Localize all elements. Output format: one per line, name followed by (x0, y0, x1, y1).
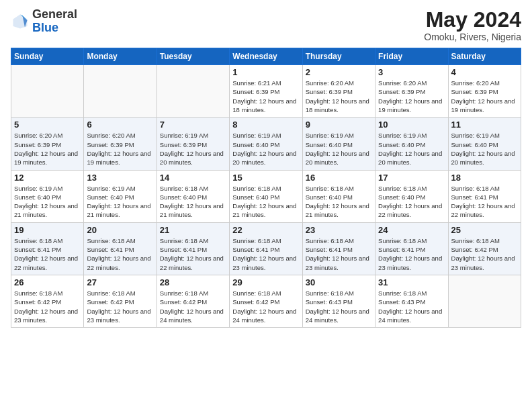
col-sunday: Sunday (11, 48, 84, 65)
col-thursday: Thursday (302, 48, 375, 65)
day-info: Sunrise: 6:19 AM Sunset: 6:40 PM Dayligh… (14, 184, 81, 220)
day-info: Sunrise: 6:19 AM Sunset: 6:40 PM Dayligh… (87, 184, 153, 220)
day-info: Sunrise: 6:18 AM Sunset: 6:41 PM Dayligh… (14, 236, 81, 272)
table-row: 28Sunrise: 6:18 AM Sunset: 6:42 PM Dayli… (157, 275, 229, 327)
day-info: Sunrise: 6:18 AM Sunset: 6:42 PM Dayligh… (232, 289, 299, 324)
day-number: 12 (14, 173, 81, 183)
col-wednesday: Wednesday (230, 48, 302, 65)
table-row: 25Sunrise: 6:18 AM Sunset: 6:42 PM Dayli… (448, 222, 521, 275)
logo-text: General Blue (32, 8, 77, 35)
day-number: 17 (378, 173, 445, 183)
table-row: 27Sunrise: 6:18 AM Sunset: 6:42 PM Dayli… (84, 275, 157, 327)
day-info: Sunrise: 6:18 AM Sunset: 6:41 PM Dayligh… (87, 236, 153, 272)
table-row (84, 65, 157, 118)
day-info: Sunrise: 6:18 AM Sunset: 6:40 PM Dayligh… (232, 184, 299, 220)
day-info: Sunrise: 6:20 AM Sunset: 6:39 PM Dayligh… (306, 79, 372, 114)
day-info: Sunrise: 6:18 AM Sunset: 6:41 PM Dayligh… (451, 184, 518, 220)
table-row: 10Sunrise: 6:19 AM Sunset: 6:40 PM Dayli… (375, 118, 448, 170)
day-info: Sunrise: 6:19 AM Sunset: 6:40 PM Dayligh… (232, 131, 299, 167)
table-row: 20Sunrise: 6:18 AM Sunset: 6:41 PM Dayli… (84, 222, 157, 275)
header: General Blue May 2024 Omoku, Rivers, Nig… (11, 8, 521, 42)
table-row: 18Sunrise: 6:18 AM Sunset: 6:41 PM Dayli… (448, 170, 521, 222)
table-row (448, 275, 521, 327)
table-row: 14Sunrise: 6:18 AM Sunset: 6:40 PM Dayli… (157, 170, 229, 222)
title-location: Omoku, Rivers, Nigeria (424, 32, 521, 42)
day-number: 25 (451, 225, 518, 235)
day-number: 5 (14, 120, 81, 130)
day-number: 24 (378, 225, 445, 235)
table-row: 29Sunrise: 6:18 AM Sunset: 6:42 PM Dayli… (230, 275, 302, 327)
table-row: 16Sunrise: 6:18 AM Sunset: 6:40 PM Dayli… (302, 170, 375, 222)
table-row: 1Sunrise: 6:21 AM Sunset: 6:39 PM Daylig… (230, 65, 302, 118)
table-row: 23Sunrise: 6:18 AM Sunset: 6:41 PM Dayli… (302, 222, 375, 275)
day-number: 3 (378, 67, 445, 77)
day-number: 16 (306, 173, 372, 183)
day-number: 8 (232, 120, 299, 130)
day-number: 4 (451, 67, 518, 77)
table-row: 12Sunrise: 6:19 AM Sunset: 6:40 PM Dayli… (11, 170, 84, 222)
day-info: Sunrise: 6:21 AM Sunset: 6:39 PM Dayligh… (232, 79, 299, 114)
table-row: 26Sunrise: 6:18 AM Sunset: 6:42 PM Dayli… (11, 275, 84, 327)
day-info: Sunrise: 6:18 AM Sunset: 6:43 PM Dayligh… (378, 289, 445, 324)
table-row: 7Sunrise: 6:19 AM Sunset: 6:39 PM Daylig… (157, 118, 229, 170)
day-number: 1 (232, 67, 299, 77)
day-number: 26 (14, 277, 81, 287)
calendar-header-row: Sunday Monday Tuesday Wednesday Thursday… (11, 48, 521, 65)
calendar-week-row: 19Sunrise: 6:18 AM Sunset: 6:41 PM Dayli… (11, 222, 521, 275)
day-info: Sunrise: 6:20 AM Sunset: 6:39 PM Dayligh… (87, 131, 153, 167)
calendar-week-row: 5Sunrise: 6:20 AM Sunset: 6:39 PM Daylig… (11, 118, 521, 170)
calendar-week-row: 26Sunrise: 6:18 AM Sunset: 6:42 PM Dayli… (11, 275, 521, 327)
table-row (157, 65, 229, 118)
day-info: Sunrise: 6:19 AM Sunset: 6:39 PM Dayligh… (160, 131, 226, 167)
day-info: Sunrise: 6:19 AM Sunset: 6:40 PM Dayligh… (451, 131, 518, 167)
col-friday: Friday (375, 48, 448, 65)
day-number: 13 (87, 173, 153, 183)
day-number: 30 (306, 277, 372, 287)
logo-blue-text: Blue (32, 21, 58, 34)
calendar-table: Sunday Monday Tuesday Wednesday Thursday… (11, 48, 521, 328)
day-info: Sunrise: 6:18 AM Sunset: 6:41 PM Dayligh… (160, 236, 226, 272)
day-number: 19 (14, 225, 81, 235)
title-month: May 2024 (424, 8, 521, 32)
table-row: 17Sunrise: 6:18 AM Sunset: 6:40 PM Dayli… (375, 170, 448, 222)
day-info: Sunrise: 6:18 AM Sunset: 6:42 PM Dayligh… (14, 289, 81, 324)
page: General Blue May 2024 Omoku, Rivers, Nig… (0, 0, 532, 411)
table-row: 30Sunrise: 6:18 AM Sunset: 6:43 PM Dayli… (302, 275, 375, 327)
day-number: 22 (232, 225, 299, 235)
day-info: Sunrise: 6:18 AM Sunset: 6:41 PM Dayligh… (378, 236, 445, 272)
calendar-week-row: 1Sunrise: 6:21 AM Sunset: 6:39 PM Daylig… (11, 65, 521, 118)
table-row: 11Sunrise: 6:19 AM Sunset: 6:40 PM Dayli… (448, 118, 521, 170)
logo: General Blue (11, 8, 77, 35)
day-number: 28 (160, 277, 226, 287)
table-row: 15Sunrise: 6:18 AM Sunset: 6:40 PM Dayli… (230, 170, 302, 222)
day-number: 7 (160, 120, 226, 130)
day-info: Sunrise: 6:20 AM Sunset: 6:39 PM Dayligh… (378, 79, 445, 114)
day-info: Sunrise: 6:18 AM Sunset: 6:40 PM Dayligh… (378, 184, 445, 220)
logo-icon (11, 12, 30, 31)
day-number: 9 (306, 120, 372, 130)
table-row: 21Sunrise: 6:18 AM Sunset: 6:41 PM Dayli… (157, 222, 229, 275)
day-info: Sunrise: 6:19 AM Sunset: 6:40 PM Dayligh… (306, 131, 372, 167)
logo-general-text: General (32, 7, 77, 21)
day-info: Sunrise: 6:18 AM Sunset: 6:43 PM Dayligh… (306, 289, 372, 324)
day-number: 15 (232, 173, 299, 183)
day-number: 27 (87, 277, 153, 287)
col-saturday: Saturday (448, 48, 521, 65)
table-row: 19Sunrise: 6:18 AM Sunset: 6:41 PM Dayli… (11, 222, 84, 275)
table-row: 8Sunrise: 6:19 AM Sunset: 6:40 PM Daylig… (230, 118, 302, 170)
day-number: 23 (306, 225, 372, 235)
table-row: 3Sunrise: 6:20 AM Sunset: 6:39 PM Daylig… (375, 65, 448, 118)
calendar-week-row: 12Sunrise: 6:19 AM Sunset: 6:40 PM Dayli… (11, 170, 521, 222)
table-row: 4Sunrise: 6:20 AM Sunset: 6:39 PM Daylig… (448, 65, 521, 118)
table-row: 31Sunrise: 6:18 AM Sunset: 6:43 PM Dayli… (375, 275, 448, 327)
day-number: 29 (232, 277, 299, 287)
day-number: 21 (160, 225, 226, 235)
day-number: 14 (160, 173, 226, 183)
table-row: 9Sunrise: 6:19 AM Sunset: 6:40 PM Daylig… (302, 118, 375, 170)
table-row: 13Sunrise: 6:19 AM Sunset: 6:40 PM Dayli… (84, 170, 157, 222)
table-row: 22Sunrise: 6:18 AM Sunset: 6:41 PM Dayli… (230, 222, 302, 275)
day-info: Sunrise: 6:20 AM Sunset: 6:39 PM Dayligh… (14, 131, 81, 167)
day-number: 18 (451, 173, 518, 183)
day-number: 10 (378, 120, 445, 130)
day-info: Sunrise: 6:18 AM Sunset: 6:42 PM Dayligh… (87, 289, 153, 324)
